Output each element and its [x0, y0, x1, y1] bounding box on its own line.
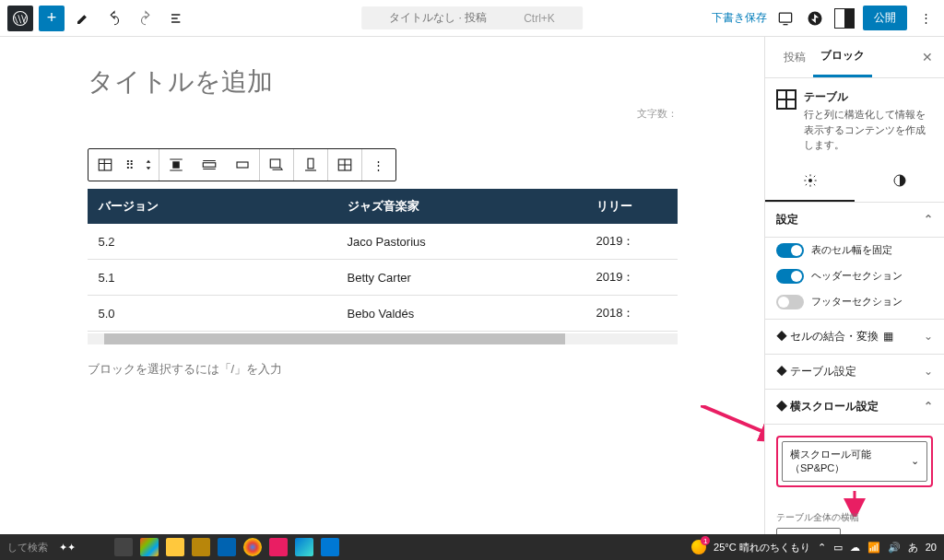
sidebar-scrollbar[interactable] [764, 37, 765, 534]
panel-merge[interactable]: ◆ セルの結合・変換 ▦⌄ [765, 320, 944, 355]
document-title-bar[interactable]: タイトルなし · 投稿 Ctrl+K [361, 6, 583, 29]
undo-icon[interactable] [101, 6, 127, 31]
wordpress-logo[interactable] [7, 6, 33, 31]
table-header[interactable]: ジャズ音楽家 [336, 189, 585, 224]
toggle-fixed-width[interactable] [776, 243, 804, 258]
chevron-down-icon: ⌄ [911, 455, 919, 467]
column-icon[interactable] [294, 149, 327, 181]
settings-panel-header[interactable]: 設定 ⌃ [765, 203, 944, 238]
table-row: 5.0Bebo Valdés2018： [88, 296, 678, 332]
table-width-input[interactable] [776, 528, 841, 535]
block-type-name: テーブル [804, 89, 933, 105]
table-row: 5.2Jaco Pastorius2019： [88, 224, 678, 260]
windows-taskbar: して検索 ✦✦ 1 25°C 晴れのちくもり ⌃ ▭ ☁ 📶 🔊 あ 20 [0, 534, 944, 560]
settings-subtab[interactable] [765, 164, 855, 202]
horizontal-scrollbar[interactable] [88, 333, 678, 344]
tray-icon[interactable]: ▭ [833, 542, 843, 554]
block-toolbar: ⠿ ⋮ [88, 148, 396, 181]
editor-canvas: タイトルを追加 文字数： ⠿ [0, 37, 764, 534]
svg-rect-5 [203, 163, 216, 168]
taskbar-app[interactable] [192, 538, 210, 556]
highlight-select: 横スクロール可能（SP&PC） ⌄ [776, 436, 933, 487]
top-toolbar: + タイトルなし · 投稿 Ctrl+K 下書き保存 公開 ⋮ [0, 0, 944, 37]
close-sidebar-icon[interactable]: ✕ [922, 50, 933, 64]
publish-button[interactable]: 公開 [863, 6, 907, 30]
align-full-icon[interactable] [226, 149, 259, 181]
redo-icon[interactable] [133, 6, 159, 31]
table-block[interactable]: バージョン ジャズ音楽家 リリー 5.2Jaco Pastorius2019： … [88, 189, 678, 344]
taskbar-app[interactable] [140, 538, 159, 556]
taskbar-app[interactable] [218, 538, 236, 556]
toggle-header-section[interactable] [776, 269, 804, 284]
svg-point-11 [808, 179, 812, 182]
svg-rect-4 [172, 161, 180, 169]
block-description: 行と列に構造化して情報を表示するコンテンツを作成します。 [804, 107, 933, 153]
post-title-input[interactable]: タイトルを追加 [88, 64, 678, 99]
caption-icon[interactable] [260, 149, 293, 181]
wifi-icon[interactable]: 📶 [867, 542, 880, 554]
more-menu-icon[interactable]: ⋮ [914, 7, 937, 29]
styles-subtab[interactable] [855, 164, 944, 202]
taskbar-app[interactable] [321, 538, 339, 556]
annotation-arrow [701, 405, 764, 470]
grid-icon: ▦ [882, 330, 895, 343]
outline-icon[interactable] [164, 6, 190, 31]
chevron-up-icon: ⌃ [924, 213, 933, 226]
sparkle-icon[interactable]: ✦✦ [59, 542, 76, 554]
ime-indicator[interactable]: あ [908, 541, 918, 554]
panel-hscroll[interactable]: ◆ 横スクロール設定⌃ [765, 390, 944, 425]
sidebar-toggle-icon[interactable] [833, 7, 856, 29]
notification-count[interactable]: 20 [926, 542, 937, 553]
svg-rect-8 [308, 158, 313, 169]
block-type-icon[interactable] [88, 149, 122, 181]
taskbar-app[interactable] [295, 538, 313, 556]
taskbar-app[interactable] [243, 538, 262, 556]
block-more-icon[interactable]: ⋮ [362, 149, 395, 181]
svg-rect-7 [270, 159, 280, 168]
svg-rect-1 [779, 13, 791, 22]
taskbar-search[interactable]: して検索 [7, 541, 48, 554]
table-header[interactable]: バージョン [88, 189, 336, 224]
jetpack-icon[interactable] [804, 7, 826, 29]
settings-sidebar: 投稿 ブロック ✕ テーブル 行と列に構造化して情報を表示するコンテンツを作成し… [764, 37, 944, 534]
table-row: 5.1Betty Carter2019： [88, 260, 678, 296]
table-header[interactable]: リリー [585, 189, 678, 224]
add-block-button[interactable]: + [39, 6, 65, 31]
toggle-footer-section[interactable] [776, 295, 804, 309]
weather-widget[interactable]: 1 [691, 540, 706, 554]
svg-rect-6 [237, 162, 248, 168]
tray-onedrive-icon[interactable]: ☁ [850, 542, 860, 554]
word-count-label: 文字数： [88, 107, 678, 121]
chevron-up-icon: ⌃ [924, 400, 933, 413]
volume-icon[interactable]: 🔊 [888, 542, 901, 554]
align-wide-icon[interactable] [193, 149, 226, 181]
tray-chevron-icon[interactable]: ⌃ [818, 542, 826, 554]
edit-icon[interactable] [70, 6, 96, 31]
taskbar-app[interactable] [166, 538, 184, 556]
tab-block[interactable]: ブロック [813, 37, 872, 77]
save-draft-link[interactable]: 下書き保存 [712, 10, 767, 26]
move-up-down-icon[interactable] [138, 149, 159, 181]
panel-table-settings[interactable]: ◆ テーブル設定⌄ [765, 355, 944, 390]
taskbar-app[interactable] [269, 538, 288, 556]
chevron-down-icon: ⌄ [924, 330, 933, 343]
taskbar-app[interactable] [114, 538, 133, 556]
block-appender-hint[interactable]: ブロックを選択するには「/」を入力 [88, 361, 678, 378]
tab-post[interactable]: 投稿 [776, 39, 813, 76]
svg-rect-3 [99, 159, 112, 170]
table-block-icon [776, 89, 796, 110]
hscroll-mode-select[interactable]: 横スクロール可能（SP&PC） ⌄ [782, 441, 927, 482]
row-icon[interactable] [328, 149, 361, 181]
align-none-icon[interactable] [159, 149, 193, 181]
drag-handle-icon[interactable]: ⠿ [122, 149, 138, 181]
preview-icon[interactable] [774, 7, 796, 29]
svg-line-10 [701, 405, 764, 442]
shortcut-hint: Ctrl+K [524, 12, 555, 25]
document-title: タイトルなし · 投稿 [389, 10, 487, 26]
width-field-label: テーブル全体の横幅 [776, 511, 933, 524]
